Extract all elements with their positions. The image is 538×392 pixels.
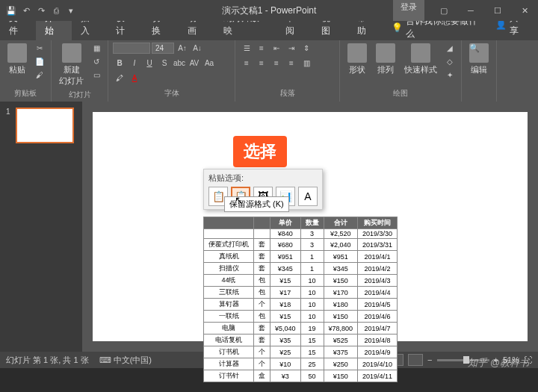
numbering-icon[interactable]: ≡ <box>255 42 268 54</box>
maximize-icon[interactable]: ☐ <box>484 0 511 21</box>
copy-icon[interactable]: 📄 <box>33 55 46 67</box>
font-group-label: 字体 <box>113 87 230 100</box>
shape-fill-icon[interactable]: ◢ <box>443 42 457 54</box>
columns-icon[interactable]: ▥ <box>300 57 313 69</box>
paste-button[interactable]: 粘贴 <box>4 42 30 77</box>
table-cell: ¥10 <box>270 358 301 370</box>
table-cell: ¥78,800 <box>324 323 358 335</box>
redo-icon[interactable]: ↷ <box>34 4 48 17</box>
new-slide-button[interactable]: 新建 幻灯片 <box>56 42 87 88</box>
language-indicator[interactable]: ⌨ 中文(中国) <box>99 355 152 366</box>
bold-icon[interactable]: B <box>113 57 126 69</box>
zoom-out-icon[interactable]: − <box>427 355 432 364</box>
table-cell: 25 <box>300 358 324 370</box>
quick-styles-button[interactable]: 快速样式 <box>401 42 440 77</box>
table-cell: ¥375 <box>324 346 358 358</box>
indent-dec-icon[interactable]: ⇤ <box>270 42 283 54</box>
arrange-button[interactable]: 排列 <box>373 42 398 77</box>
table-cell: 个 <box>254 299 270 311</box>
font-name-box[interactable] <box>113 43 150 54</box>
table-cell: 一联纸 <box>204 311 254 323</box>
table-cell: 2019/4/10 <box>358 358 398 370</box>
shadow-icon[interactable]: abc <box>173 57 186 69</box>
font-size-box[interactable]: 24 <box>152 43 174 54</box>
editing-button[interactable]: 🔍编辑 <box>466 42 492 77</box>
login-button[interactable]: 登录 <box>393 0 424 21</box>
shape-outline-icon[interactable]: ◇ <box>443 55 457 67</box>
spacing-icon[interactable]: AV <box>188 57 201 69</box>
table-cell: 2019/4/7 <box>358 323 398 335</box>
table-cell: ¥180 <box>324 299 358 311</box>
slideshow-view-icon[interactable] <box>408 354 423 366</box>
table-row: 计算器个¥1025¥2502019/4/10 <box>204 358 398 370</box>
table-row: 订书针盒¥350¥1502019/4/11 <box>204 370 398 382</box>
qat-more-icon[interactable]: ▾ <box>64 4 78 17</box>
ribbon-options-icon[interactable]: ▢ <box>430 0 457 21</box>
pasted-table[interactable]: 单价数量合计购买时间 ¥8403¥2,5202019/3/30便覆式打印机套¥6… <box>203 217 398 382</box>
table-row: ¥8403¥2,5202019/3/30 <box>204 229 398 239</box>
underline-icon[interactable]: U <box>143 57 156 69</box>
paste-icon <box>7 43 27 63</box>
table-cell: ¥15 <box>270 275 301 287</box>
align-right-icon[interactable]: ≡ <box>270 57 283 69</box>
editing-group-label <box>466 97 492 100</box>
table-cell: ¥525 <box>324 335 358 346</box>
table-cell: 2019/4/11 <box>358 370 398 382</box>
close-icon[interactable]: ✕ <box>511 0 538 21</box>
table-cell: ¥951 <box>270 251 301 263</box>
undo-icon[interactable]: ↶ <box>19 4 33 17</box>
table-cell: 订书机 <box>204 346 254 358</box>
editing-label: 编辑 <box>471 64 487 75</box>
table-cell: 10 <box>300 287 324 299</box>
highlight-icon[interactable]: 🖍 <box>113 72 126 84</box>
new-slide-icon <box>62 43 81 63</box>
align-center-icon[interactable]: ≡ <box>255 57 268 69</box>
grow-font-icon[interactable]: A↑ <box>176 42 189 54</box>
minimize-icon[interactable]: ─ <box>457 0 484 21</box>
table-header <box>204 217 254 229</box>
table-cell: ¥35 <box>270 335 301 346</box>
mouse-cursor-icon: ↖ <box>235 194 244 206</box>
table-cell: 真纸机 <box>204 251 254 263</box>
shapes-button[interactable]: 形状 <box>344 42 370 77</box>
slide-thumbnail-1[interactable] <box>16 108 74 143</box>
table-cell: ¥17 <box>270 287 301 299</box>
strike-icon[interactable]: S <box>158 57 171 69</box>
reset-icon[interactable]: ↺ <box>90 55 103 67</box>
cut-icon[interactable]: ✂ <box>33 42 46 54</box>
paste-option-text[interactable]: A <box>298 187 318 206</box>
italic-icon[interactable]: I <box>128 57 141 69</box>
font-color-icon[interactable]: A <box>128 72 141 84</box>
table-cell: ¥345 <box>270 263 301 275</box>
drawing-group-label: 绘图 <box>344 87 457 100</box>
table-cell: ¥680 <box>270 239 301 251</box>
clipboard-group-label: 剪贴板 <box>4 87 46 100</box>
indent-inc-icon[interactable]: ⇥ <box>285 42 298 54</box>
table-header: 购买时间 <box>358 217 398 229</box>
align-left-icon[interactable]: ≡ <box>240 57 253 69</box>
shrink-font-icon[interactable]: A↓ <box>191 42 204 54</box>
table-cell: 包 <box>254 275 270 287</box>
case-icon[interactable]: Aa <box>202 57 216 69</box>
save-icon[interactable]: 💾 <box>4 4 18 17</box>
table-cell: 套 <box>254 263 270 275</box>
table-cell: ¥2,040 <box>324 239 358 251</box>
shape-effects-icon[interactable]: ✦ <box>443 69 457 81</box>
bullets-icon[interactable]: ☰ <box>240 42 253 54</box>
table-cell: 套 <box>254 239 270 251</box>
section-icon[interactable]: ▭ <box>90 69 103 81</box>
table-cell: ¥150 <box>324 311 358 323</box>
shapes-icon <box>347 43 367 63</box>
table-cell <box>254 229 270 239</box>
ribbon: 粘贴 ✂ 📄 🖌 剪贴板 新建 幻灯片 ▦ ↺ ▭ 幻灯片 24 A↑ <box>0 40 538 102</box>
line-spacing-icon[interactable]: ⇕ <box>300 42 313 54</box>
layout-icon[interactable]: ▦ <box>90 42 103 54</box>
table-cell: ¥951 <box>324 251 358 263</box>
slide-canvas[interactable]: 选择 粘贴选项: 📋 📋 🖼 📊 A ↖ 保留源格式 (K) 单价数量合计购买时… <box>93 112 528 341</box>
table-cell: 盒 <box>254 370 270 382</box>
arrange-label: 排列 <box>377 64 394 75</box>
start-icon[interactable]: ⎙ <box>49 4 63 17</box>
table-cell: 便覆式打印机 <box>204 239 254 251</box>
format-painter-icon[interactable]: 🖌 <box>33 69 46 81</box>
justify-icon[interactable]: ≡ <box>285 57 298 69</box>
